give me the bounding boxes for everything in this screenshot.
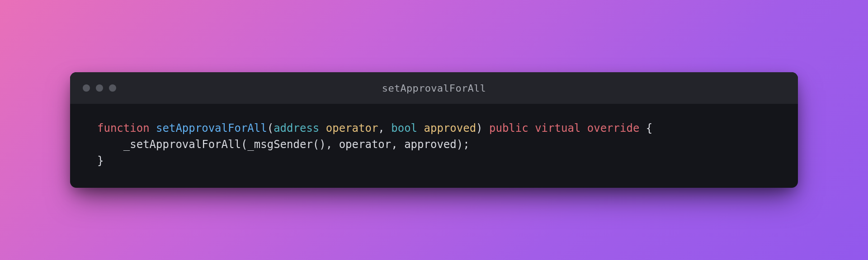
type-address: address [274,122,319,135]
keyword-function: function [97,122,150,135]
paren: ) [457,138,463,151]
param-operator: operator [326,122,378,135]
function-name: setApprovalForAll [156,122,267,135]
paren-pair: () [313,138,326,151]
semicolon: ; [463,138,469,151]
keyword-override: override [587,122,640,135]
comma: , [378,122,384,135]
comma: , [391,138,397,151]
minimize-icon[interactable] [96,84,103,92]
traffic-lights [83,84,116,92]
window-titlebar: setApprovalForAll [70,72,798,104]
code-editor[interactable]: function setApprovalForAll(address opera… [70,104,798,188]
arg-approved: approved [404,138,457,151]
arg-operator: operator [339,138,392,151]
brace: } [97,154,104,167]
keyword-public: public [489,122,528,135]
paren: ( [241,138,247,151]
msg-sender: _msgSender [247,138,313,151]
type-bool: bool [391,122,417,135]
maximize-icon[interactable] [109,84,116,92]
window-title: setApprovalForAll [70,83,798,94]
paren: ) [476,122,482,135]
param-approved: approved [424,122,476,135]
paren: ( [267,122,274,135]
code-window: setApprovalForAll function setApprovalFo… [70,72,798,188]
call-fn: _setApprovalForAll [123,138,241,151]
comma: , [326,138,332,151]
code-block: function setApprovalForAll(address opera… [97,120,771,169]
indent [97,138,123,151]
keyword-virtual: virtual [535,122,580,135]
brace: { [646,122,652,135]
close-icon[interactable] [83,84,90,92]
